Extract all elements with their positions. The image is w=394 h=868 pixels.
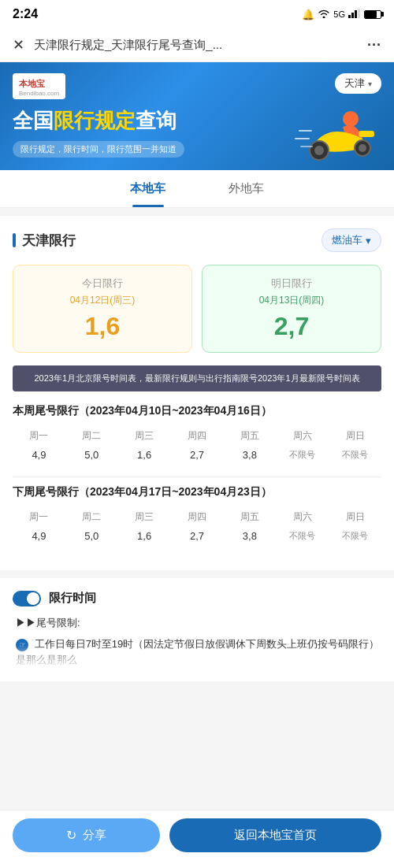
fuel-type-button[interactable]: 燃油车 ▾ <box>322 228 381 252</box>
tomorrow-date: 04月13日(周四) <box>215 294 368 307</box>
week-day-header: 周三 <box>118 507 171 527</box>
week-day-value: 不限号 <box>329 527 381 545</box>
status-icons: 🔔 5G <box>302 9 381 20</box>
week-day-header: 周二 <box>65 507 118 527</box>
svg-rect-1 <box>351 13 354 18</box>
week-day-value: 1,6 <box>118 527 171 545</box>
tab-local-car[interactable]: 本地车 <box>98 170 197 207</box>
tabs: 本地车 外地车 <box>0 170 394 208</box>
more-button[interactable]: ··· <box>367 37 381 54</box>
week-day-value: 3,8 <box>223 527 276 545</box>
main-section: 天津限行 燃油车 ▾ 今日限行 04月12日(周三) 1,6 明日限行 04月1… <box>0 216 394 570</box>
week-day-value: 不限号 <box>329 446 381 464</box>
tab-foreign-car[interactable]: 外地车 <box>197 170 296 207</box>
svg-rect-5 <box>359 131 374 137</box>
week-day-value: 5,0 <box>65 446 118 464</box>
tooltip-banner: 2023年1月北京限号时间表，最新限行规则与出行指南限号2023年1月最新限号时… <box>13 365 381 391</box>
current-week-title: 本周尾号限行（2023年04月10日~2023年04月16日） <box>13 404 381 418</box>
share-button[interactable]: ↻ 分享 <box>13 818 160 852</box>
week-day-value: 不限号 <box>276 527 329 545</box>
home-label: 返回本地宝首页 <box>234 828 317 841</box>
logo-subtext: Bendibao.com <box>19 90 59 97</box>
fuel-btn-label: 燃油车 <box>332 233 362 247</box>
chevron-down-icon: ▾ <box>368 80 372 88</box>
tomorrow-label: 明日限行 <box>215 276 368 291</box>
chevron-down-icon: ▾ <box>366 235 371 247</box>
next-week-values: 4,95,01,62,73,8不限号不限号 <box>13 527 381 545</box>
next-week-section: 下周尾号限行（2023年04月17日~2023年04月23日） 周一周二周三周四… <box>13 485 381 545</box>
tail-number-label: ▶▶尾号限制: <box>13 616 381 630</box>
week-day-value: 2,7 <box>171 527 224 545</box>
current-week-values: 4,95,01,62,73,8不限号不限号 <box>13 446 381 464</box>
limit-time-toggle[interactable] <box>13 591 41 606</box>
location-selector[interactable]: 天津 ▾ <box>335 73 381 94</box>
svg-rect-0 <box>348 15 351 18</box>
title-bar-decoration <box>13 233 16 247</box>
today-numbers: 1,6 <box>26 312 179 341</box>
next-week-headers: 周一周二周三周四周五周六周日 <box>13 507 381 527</box>
week-day-header: 周三 <box>118 426 171 446</box>
time-section: 限行时间 ▶▶尾号限制: ☞ 工作日每日7时至19时（因法定节假日放假调休下周数… <box>0 578 394 682</box>
week-day-header: 周六 <box>276 507 329 527</box>
current-week-section: 本周尾号限行（2023年04月10日~2023年04月16日） 周一周二周三周四… <box>13 404 381 464</box>
today-card: 今日限行 04月12日(周三) 1,6 <box>13 265 192 353</box>
week-day-header: 周二 <box>65 426 118 446</box>
scooter-illustration <box>292 99 386 170</box>
today-date: 04月12日(周三) <box>26 294 179 307</box>
next-week-title: 下周尾号限行（2023年04月17日~2023年04月23日） <box>13 485 381 499</box>
week-day-value: 3,8 <box>223 446 276 464</box>
week-day-header: 周日 <box>329 507 381 527</box>
nav-bar: ✕ 天津限行规定_天津限行尾号查询_... ··· <box>0 28 394 62</box>
notification-icon: 🔔 <box>302 9 314 20</box>
share-icon: ↻ <box>66 828 76 843</box>
bottom-actions: ↻ 分享 返回本地宝首页 <box>0 810 394 868</box>
week-day-header: 周四 <box>171 426 224 446</box>
signal-bars <box>348 9 361 20</box>
status-time: 2:24 <box>13 7 38 21</box>
week-day-value: 4,9 <box>13 446 65 464</box>
week-day-value: 5,0 <box>65 527 118 545</box>
week-divider <box>13 477 381 477</box>
close-button[interactable]: ✕ <box>13 36 24 54</box>
svg-rect-3 <box>358 9 360 18</box>
week-day-header: 周一 <box>13 507 65 527</box>
week-day-value: 4,9 <box>13 527 65 545</box>
wifi-icon <box>318 9 330 20</box>
banner-subtitle: 限行规定，限行时间，限行范围一并知道 <box>13 141 184 158</box>
nav-title: 天津限行规定_天津限行尾号查询_... <box>34 38 358 53</box>
logo-text: 本地宝 <box>19 79 45 88</box>
share-label: 分享 <box>83 828 106 843</box>
week-day-header: 周四 <box>171 507 224 527</box>
week-day-value: 1,6 <box>118 446 171 464</box>
limit-time-label: 限行时间 <box>49 591 96 606</box>
fade-overlay <box>13 645 381 669</box>
banner: 本地宝 Bendibao.com 天津 ▾ 全国限行规定查询 限行规定，限行时间… <box>0 62 394 170</box>
tomorrow-card: 明日限行 04月13日(周四) 2,7 <box>202 265 381 353</box>
section-header: 天津限行 燃油车 ▾ <box>13 228 381 252</box>
svg-point-9 <box>359 144 366 152</box>
section-title: 天津限行 <box>13 232 76 250</box>
week-day-header: 周五 <box>223 507 276 527</box>
toggle-row: 限行时间 <box>13 591 381 606</box>
week-day-header: 周一 <box>13 426 65 446</box>
week-day-header: 周日 <box>329 426 381 446</box>
week-day-header: 周五 <box>223 426 276 446</box>
today-label: 今日限行 <box>26 276 179 291</box>
location-label: 天津 <box>344 76 365 91</box>
svg-rect-2 <box>355 10 357 18</box>
tomorrow-numbers: 2,7 <box>215 312 368 341</box>
section-title-text: 天津限行 <box>22 232 76 250</box>
battery-icon <box>364 10 381 19</box>
status-bar: 2:24 🔔 5G <box>0 0 394 28</box>
logo: 本地宝 Bendibao.com <box>13 73 65 99</box>
week-day-value: 不限号 <box>276 446 329 464</box>
week-day-value: 2,7 <box>171 446 224 464</box>
home-button[interactable]: 返回本地宝首页 <box>169 818 381 852</box>
limit-cards: 今日限行 04月12日(周三) 1,6 明日限行 04月13日(周四) 2,7 <box>13 265 381 353</box>
svg-point-7 <box>314 146 324 155</box>
current-week-grid: 周一周二周三周四周五周六周日 <box>13 426 381 446</box>
week-day-header: 周六 <box>276 426 329 446</box>
signal-icon: 5G <box>333 9 345 19</box>
toggle-knob <box>27 592 39 605</box>
